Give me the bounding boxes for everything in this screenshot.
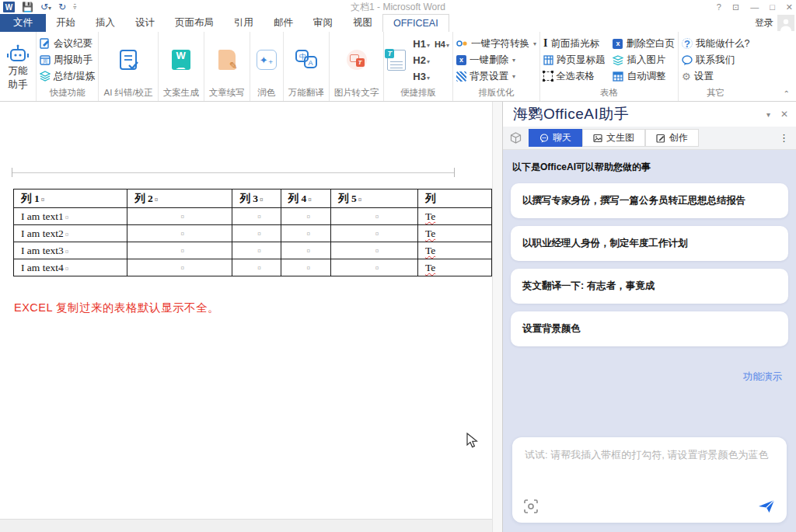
continue-writing-button[interactable]: [215, 50, 239, 70]
settings-button[interactable]: ⚙ 设置: [682, 70, 749, 83]
table-header-row[interactable]: 列 1¤ 列 2¤ 列 3¤ 列 4¤ 列 5¤ 列: [14, 190, 492, 208]
summarize-button[interactable]: 总结/提炼: [40, 70, 95, 83]
tab-chat[interactable]: 聊天: [529, 129, 582, 147]
delete-blank-page-label: 删除空白页: [626, 37, 675, 50]
document-canvas[interactable]: 列 1¤ 列 2¤ 列 3¤ 列 4¤ 列 5¤ 列 I am text1¤ ¤…: [0, 102, 492, 532]
tab-page-layout[interactable]: 页面布局: [165, 14, 224, 32]
document-table[interactable]: 列 1¤ 列 2¤ 列 3¤ 列 4¤ 列 5¤ 列 I am text1¤ ¤…: [13, 189, 492, 276]
group-label-translate: 万能翻译: [287, 85, 326, 101]
ibeam-cursor-icon: I: [543, 37, 547, 50]
login-button[interactable]: 登录: [755, 16, 773, 30]
suggestion-card[interactable]: 英文翻译一下: 有志者，事竟成: [511, 269, 788, 304]
sidebar-collapse-icon[interactable]: ▾: [766, 110, 770, 119]
table-col-header: 列 4¤: [281, 190, 331, 208]
meeting-minutes-button[interactable]: 会议纪要: [40, 37, 95, 50]
suggestion-card[interactable]: 以职业经理人身份，制定年度工作计划: [511, 226, 788, 261]
tab-officeai[interactable]: OFFICEAI: [382, 14, 449, 32]
user-avatar-icon[interactable]: [777, 15, 794, 31]
status-bar: [0, 519, 492, 532]
table-col-header: 列 5¤: [331, 190, 418, 208]
suggestion-card[interactable]: 设置背景颜色: [511, 311, 788, 346]
tab-create-label: 创作: [669, 131, 688, 144]
tab-design[interactable]: 设计: [125, 14, 165, 32]
universal-assistant-button[interactable]: 万能 助手: [3, 43, 33, 91]
weekly-report-label: 周报助手: [54, 54, 93, 67]
sidebar-close-icon[interactable]: ✕: [780, 109, 788, 120]
heading4-button[interactable]: H4▾: [435, 37, 449, 50]
tab-create[interactable]: 创作: [645, 129, 699, 147]
word-window: W 💾 ↺▾ ↻ ▿̄ 文档1 - Microsoft Word ? ⊡ — □…: [0, 0, 796, 532]
document-scrollbar[interactable]: [492, 102, 502, 532]
table-col-header: 列: [417, 190, 491, 208]
redo-icon[interactable]: ↻: [58, 2, 66, 12]
ribbon-display-icon[interactable]: ⊡: [732, 2, 739, 12]
tab-text-to-image[interactable]: 文生图: [582, 129, 645, 147]
word-logo-icon[interactable]: W: [3, 2, 15, 12]
svg-text:A: A: [308, 59, 312, 67]
background-settings-button[interactable]: 背景设置▾: [456, 70, 536, 83]
translate-icon: 中A: [294, 49, 319, 71]
contact-us-button[interactable]: 联系我们: [682, 54, 749, 67]
help-icon[interactable]: ?: [717, 2, 721, 12]
polish-button[interactable]: ✦₊: [253, 50, 280, 70]
heading2-button[interactable]: H2▾: [413, 53, 430, 67]
tab-insert[interactable]: 插入: [86, 14, 125, 32]
one-key-delete-button[interactable]: x 一键删除▾: [456, 54, 536, 67]
weekly-report-button[interactable]: 周 周报助手: [40, 54, 95, 67]
repeat-header-button[interactable]: 跨页显标题: [543, 54, 606, 67]
heading3-button[interactable]: H3▾: [413, 69, 430, 83]
suggestion-card[interactable]: 以撰写专家身份，撰写一篇公务员转正思想总结报告: [511, 183, 788, 218]
chat-input[interactable]: 试试: 请帮我插入带框的打勾符, 请设置背景颜色为蓝色: [512, 437, 787, 523]
tab-file[interactable]: 文件: [0, 14, 46, 32]
table-row[interactable]: I am text4¤ ¤ ¤ ¤ ¤ Te: [14, 259, 492, 276]
tab-home[interactable]: 开始: [46, 14, 86, 32]
collapse-ribbon-icon[interactable]: ⌃: [784, 89, 790, 98]
delete-box-icon: x: [613, 39, 623, 49]
format-document-icon[interactable]: T: [387, 50, 406, 71]
minimize-icon[interactable]: —: [750, 2, 759, 12]
char-convert-button[interactable]: 一键字符转换▾: [456, 37, 536, 50]
tab-review[interactable]: 审阅: [303, 14, 343, 32]
robot-icon: [6, 43, 30, 64]
delete-blank-page-button[interactable]: x 删除空白页: [613, 37, 675, 50]
insert-cursor-before-button[interactable]: I 前面插光标: [543, 37, 606, 50]
insert-picture-button[interactable]: 插入图片: [613, 54, 675, 67]
what-can-i-do-button[interactable]: ? 我能做什么?: [682, 37, 749, 50]
undo-dropdown-icon[interactable]: ▾: [48, 5, 51, 12]
group-image-to-text: T 图片转文字: [330, 32, 385, 101]
table-row[interactable]: I am text2¤ ¤ ¤ ¤ ¤ Te: [14, 225, 492, 242]
heading1-button[interactable]: H1▾: [413, 37, 430, 50]
cube-icon[interactable]: [510, 132, 522, 144]
tab-references[interactable]: 引用: [224, 14, 264, 32]
feature-demo-link[interactable]: 功能演示: [743, 370, 782, 384]
autofit-button[interactable]: 自动调整: [613, 70, 675, 83]
tab-mailings[interactable]: 邮件: [264, 14, 303, 32]
translate-button[interactable]: 中A: [291, 49, 322, 71]
chat-bubble-icon: [682, 55, 693, 65]
autofit-label: 自动调整: [627, 70, 665, 83]
insert-picture-icon: [613, 55, 623, 65]
save-icon[interactable]: 💾: [22, 2, 33, 12]
close-icon[interactable]: ✕: [786, 2, 793, 12]
what-can-i-do-label: 我能做什么?: [696, 37, 749, 50]
send-icon[interactable]: [757, 498, 776, 515]
image-to-text-button[interactable]: T: [344, 50, 370, 70]
ribbon-officeai: 万能 助手 会议纪要 周 周报助手: [0, 32, 796, 102]
undo-icon[interactable]: ↺▾: [40, 2, 51, 12]
group-label-layout-optimize: 排版优化: [456, 85, 536, 101]
more-options-icon[interactable]: ⋮: [779, 134, 789, 143]
group-label-copywriting: 文案生成: [162, 85, 201, 101]
tab-view[interactable]: 视图: [343, 14, 382, 32]
sidebar-content: 以下是OfficeAI可以帮助您做的事 以撰写专家身份，撰写一篇公务员转正思想总…: [503, 150, 796, 532]
table-row[interactable]: I am text3¤ ¤ ¤ ¤ ¤ Te: [14, 242, 492, 259]
group-label-easy-layout: 便捷排版: [387, 85, 449, 101]
copywriting-button[interactable]: W＿: [169, 50, 194, 70]
screenshot-icon[interactable]: [523, 499, 539, 514]
select-whole-table-button[interactable]: 全选表格: [543, 70, 606, 83]
ai-proofread-button[interactable]: [113, 48, 143, 71]
maximize-icon[interactable]: □: [770, 2, 775, 12]
table-row[interactable]: I am text1¤ ¤ ¤ ¤ ¤ Te: [14, 208, 492, 225]
layers-icon: [40, 71, 51, 82]
group-label-ai-proofread: AI 纠错/校正: [102, 85, 154, 101]
qat-customize-icon[interactable]: ▿̄: [73, 4, 76, 11]
